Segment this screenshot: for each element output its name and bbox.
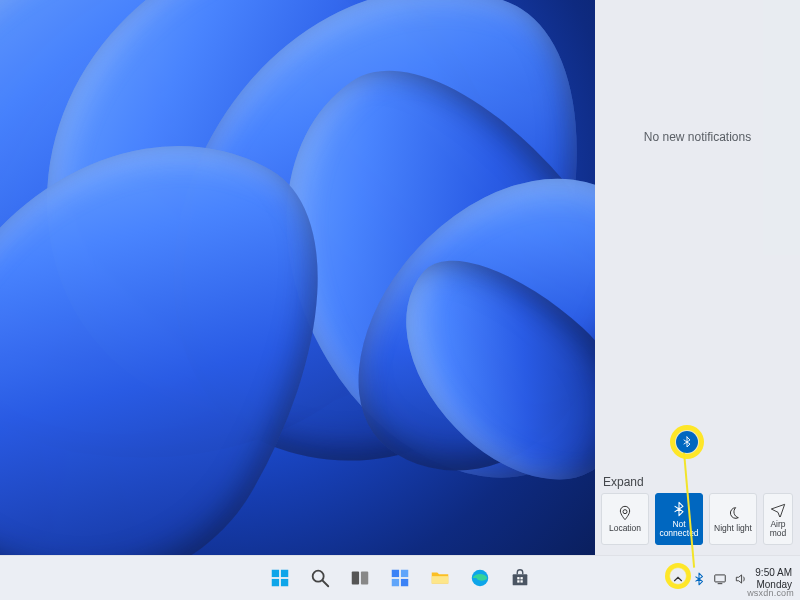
location-tile[interactable]: Location bbox=[601, 493, 649, 545]
svg-rect-11 bbox=[392, 579, 399, 586]
svg-rect-18 bbox=[517, 580, 519, 582]
edge-icon bbox=[469, 567, 491, 589]
clock-time: 9:50 AM bbox=[755, 567, 792, 579]
action-center-panel: No new notifications Expand Location Not… bbox=[595, 0, 800, 555]
store-icon bbox=[509, 567, 531, 589]
start-icon bbox=[269, 567, 291, 589]
svg-rect-20 bbox=[715, 574, 726, 581]
widgets-icon bbox=[389, 567, 411, 589]
airplane-mode-tile[interactable]: Airp mod bbox=[763, 493, 793, 545]
svg-rect-16 bbox=[517, 577, 519, 579]
widgets-button[interactable] bbox=[385, 563, 415, 593]
svg-rect-10 bbox=[401, 570, 408, 577]
airplane-icon bbox=[770, 501, 786, 517]
location-icon bbox=[617, 505, 633, 521]
store-button[interactable] bbox=[505, 563, 535, 593]
location-tile-label: Location bbox=[609, 524, 641, 533]
night-light-tile[interactable]: Night light bbox=[709, 493, 757, 545]
watermark-text: wsxdn.com bbox=[747, 588, 794, 598]
svg-rect-3 bbox=[272, 579, 279, 586]
start-button[interactable] bbox=[265, 563, 295, 593]
airplane-tile-label-2: mod bbox=[770, 529, 787, 538]
svg-point-0 bbox=[623, 510, 627, 514]
file-explorer-button[interactable] bbox=[425, 563, 455, 593]
svg-point-5 bbox=[313, 571, 324, 582]
taskbar-center-group bbox=[265, 563, 535, 593]
svg-rect-2 bbox=[281, 570, 288, 577]
night-light-tile-label: Night light bbox=[714, 524, 752, 533]
bluetooth-icon bbox=[671, 501, 687, 517]
night-light-icon bbox=[725, 505, 741, 521]
file-explorer-icon bbox=[429, 567, 451, 589]
task-view-icon bbox=[349, 567, 371, 589]
svg-rect-12 bbox=[401, 579, 408, 586]
annotation-bluetooth-badge bbox=[676, 431, 698, 453]
svg-rect-13 bbox=[432, 576, 449, 583]
search-button[interactable] bbox=[305, 563, 335, 593]
svg-rect-8 bbox=[361, 572, 368, 585]
expand-button[interactable]: Expand bbox=[595, 469, 800, 493]
notifications-empty-text: No new notifications bbox=[595, 0, 800, 469]
bluetooth-icon bbox=[692, 572, 706, 586]
taskbar: 9:50 AM Monday bbox=[0, 555, 800, 600]
svg-rect-15 bbox=[513, 574, 528, 585]
taskbar-clock[interactable]: 9:50 AM Monday bbox=[753, 567, 796, 590]
svg-rect-4 bbox=[281, 579, 288, 586]
svg-rect-1 bbox=[272, 570, 279, 577]
tray-overflow-button[interactable] bbox=[669, 556, 687, 600]
search-icon bbox=[309, 567, 331, 589]
speaker-icon bbox=[734, 572, 748, 586]
svg-line-6 bbox=[323, 581, 329, 587]
chevron-up-icon bbox=[671, 572, 685, 586]
svg-rect-9 bbox=[392, 570, 399, 577]
svg-rect-7 bbox=[352, 572, 359, 585]
svg-rect-19 bbox=[520, 580, 522, 582]
bluetooth-icon bbox=[681, 436, 693, 448]
bluetooth-tile[interactable]: Not connected bbox=[655, 493, 703, 545]
edge-button[interactable] bbox=[465, 563, 495, 593]
svg-rect-17 bbox=[520, 577, 522, 579]
bluetooth-tile-label-2: connected bbox=[659, 529, 698, 538]
task-view-button[interactable] bbox=[345, 563, 375, 593]
monitor-icon bbox=[713, 572, 727, 586]
quick-actions-row: Location Not connected Night light Airp … bbox=[595, 493, 800, 555]
tray-display-icon[interactable] bbox=[711, 556, 729, 600]
desktop-wallpaper bbox=[0, 0, 595, 555]
